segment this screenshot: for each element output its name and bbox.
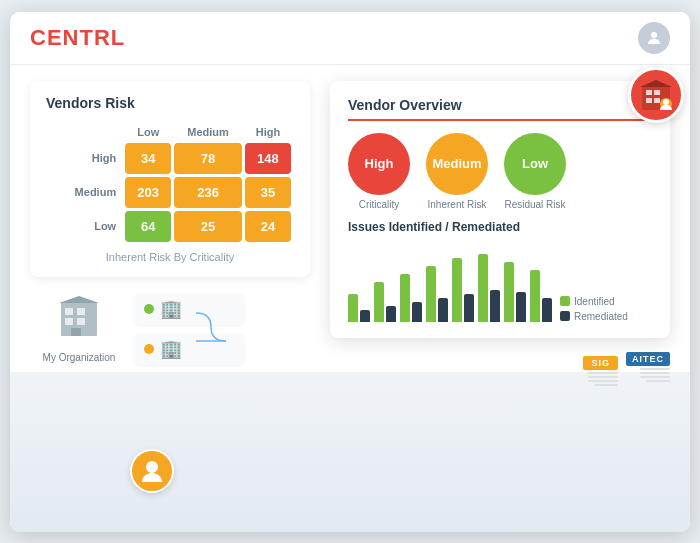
table-row: Low 64 25 24 [49,211,291,242]
legend-dot-remediated [560,311,570,321]
main-content: Vendors Risk Low Medium High High [10,65,690,532]
app-header: CENTRL [10,12,690,65]
row-label-low: Low [49,211,122,242]
cell-low-high: 24 [245,211,291,242]
org-building-icon [55,294,103,348]
doc-line [594,384,618,386]
legend-identified: Identified [560,296,628,307]
bar-identified-1 [348,294,358,322]
vendor-row-item-1: 🏢 [134,293,244,325]
bar-remediated-4 [438,298,448,322]
metric-circle-criticality: High [348,133,410,195]
sig-doc: SIG [583,356,618,386]
table-row: High 34 78 148 [49,143,291,174]
bar-remediated-6 [490,290,500,322]
vendor-avatar-top [628,67,684,123]
svg-rect-12 [646,98,652,103]
bar-identified-5 [452,258,462,322]
col-header-medium: Medium [174,124,242,140]
svg-marker-14 [640,80,672,87]
bar-remediated-2 [386,306,396,322]
doc-line [588,380,618,382]
vendor-status-dot-orange [144,344,154,354]
bar-identified-6 [478,254,488,322]
svg-rect-4 [65,318,73,325]
metric-label-residual: Residual Risk [504,199,565,210]
svg-rect-10 [646,90,652,95]
svg-rect-5 [77,318,85,325]
bar-identified-3 [400,274,410,322]
bar-group-5 [452,258,474,322]
badges-area: SIG AITEC [330,352,670,386]
svg-rect-2 [65,308,73,315]
bar-identified-2 [374,282,384,322]
bar-remediated-1 [360,310,370,322]
chart-legend: Identified Remediated [560,296,628,322]
metrics-row: High Criticality Medium Inherent Risk Lo… [348,133,652,210]
vendor-status-dot-green [144,304,154,314]
doc-line [640,376,670,378]
vendor-overview-title: Vendor Overview [348,97,652,121]
org-section: My Organization 🏢 🏢 [30,293,310,365]
cell-high-low: 34 [125,143,171,174]
svg-rect-3 [77,308,85,315]
table-subtitle: Inherent Risk By Criticality [46,251,294,263]
cell-high-high: 148 [245,143,291,174]
svg-rect-11 [654,90,660,95]
org-box: My Organization [34,294,124,363]
vendors-risk-card: Vendors Risk Low Medium High High [30,81,310,277]
metric-label-inherent: Inherent Risk [428,199,487,210]
row-label-high: High [49,143,122,174]
cell-low-low: 64 [125,211,171,242]
cell-high-medium: 78 [174,143,242,174]
cell-medium-low: 203 [125,177,171,208]
bar-group-2 [374,282,396,322]
metric-circle-inherent: Medium [426,133,488,195]
left-panel: Vendors Risk Low Medium High High [30,81,310,517]
bar-identified-7 [504,262,514,322]
issues-title: Issues Identified / Remediated [348,220,652,234]
bar-remediated-5 [464,294,474,322]
bar-group-6 [478,254,500,322]
chart-area [348,242,552,322]
table-row: Medium 203 236 35 [49,177,291,208]
cell-low-medium: 25 [174,211,242,242]
browser-window: CENTRL Vendors Risk Low Medium High [10,12,690,532]
doc-line [640,368,670,370]
aitec-badge: AITEC [626,352,670,366]
svg-point-8 [146,461,158,473]
cell-medium-high: 35 [245,177,291,208]
bar-group-4 [426,266,448,322]
bar-remediated-8 [542,298,552,322]
doc-line [646,380,670,382]
bar-group-7 [504,262,526,322]
metric-circle-residual: Low [504,133,566,195]
org-label: My Organization [43,352,116,363]
col-header-low: Low [125,124,171,140]
bar-identified-4 [426,266,436,322]
cell-medium-medium: 236 [174,177,242,208]
doc-line [588,376,618,378]
metric-inherent-risk: Medium Inherent Risk [426,133,488,210]
legend-dot-identified [560,296,570,306]
aitec-doc: AITEC [626,352,670,386]
legend-remediated: Remediated [560,311,628,322]
metric-criticality: High Criticality [348,133,410,210]
chart-container: Identified Remediated [348,242,652,322]
bar-remediated-7 [516,292,526,322]
svg-point-16 [663,99,669,105]
vendor-building-icon-2: 🏢 [160,338,182,360]
user-avatar[interactable] [638,22,670,54]
vendor-building-icon-1: 🏢 [160,298,182,320]
svg-marker-7 [59,296,99,303]
doc-line [640,372,670,374]
vendor-overview-card: Vendor Overview High Criticality Medium … [330,81,670,338]
bar-remediated-3 [412,302,422,322]
right-panel: Vendor Overview High Criticality Medium … [330,81,670,517]
vendor-row-item-2: 🏢 [134,333,244,365]
person-avatar-bottom [130,449,174,493]
vendors-risk-title: Vendors Risk [46,95,294,111]
doc-line [588,372,618,374]
bar-group-1 [348,294,370,322]
metric-residual-risk: Low Residual Risk [504,133,566,210]
